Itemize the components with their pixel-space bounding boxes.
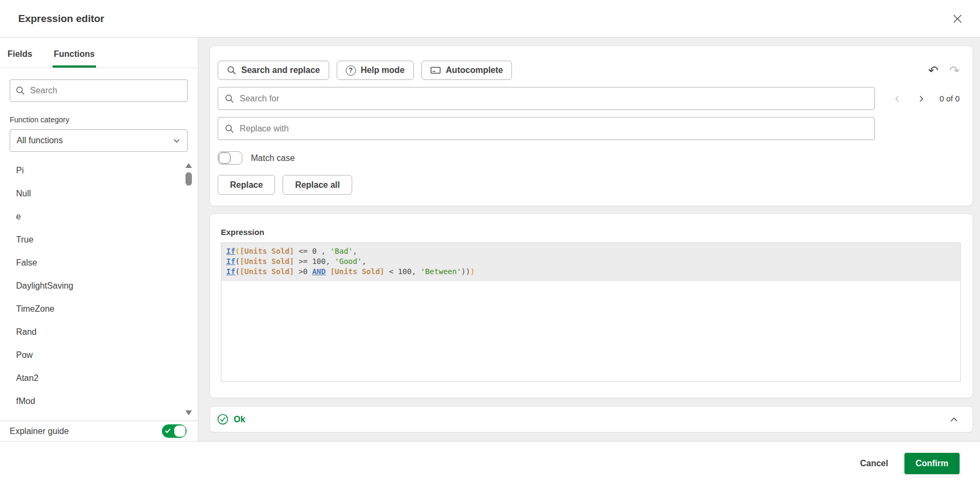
tab-fields[interactable]: Fields	[6, 42, 33, 68]
expression-label: Expression	[221, 227, 961, 237]
close-icon	[952, 13, 963, 25]
replace-with-input[interactable]	[240, 124, 868, 134]
function-item[interactable]: Rand	[0, 320, 198, 343]
function-list: PiNulleTrueFalseDaylightSavingTimeZoneRa…	[0, 159, 198, 421]
sidebar: Fields Functions Function category All f…	[0, 38, 198, 441]
dialog-header: Expression editor	[0, 0, 980, 38]
expression-code: If([Units Sold] <= 0 , 'Bad',If([Units S…	[221, 243, 960, 281]
tab-functions[interactable]: Functions	[53, 42, 95, 68]
validation-status-bar[interactable]: Ok	[210, 406, 973, 432]
search-for-input[interactable]	[240, 94, 868, 104]
sidebar-search-input[interactable]	[30, 86, 182, 95]
confirm-button[interactable]: Confirm	[904, 453, 960, 474]
explainer-guide-label: Explainer guide	[10, 427, 69, 436]
explainer-guide-row: Explainer guide	[0, 421, 198, 441]
match-counter: 0 of 0	[939, 94, 960, 103]
search-icon	[225, 124, 234, 134]
search-and-replace-button[interactable]: Search and replace	[218, 61, 329, 80]
match-case-label: Match case	[251, 153, 295, 163]
function-category-dropdown[interactable]: All functions	[10, 129, 188, 152]
function-list-scrollbar[interactable]	[185, 159, 192, 421]
scroll-down-arrow-icon[interactable]	[185, 410, 192, 415]
function-item[interactable]: False	[0, 251, 198, 274]
function-item[interactable]: True	[0, 228, 198, 251]
function-item[interactable]: Null	[0, 182, 198, 205]
expression-card: Expression If([Units Sold] <= 0 , 'Bad',…	[210, 214, 973, 398]
search-replace-card: Search and replace ? Help mode Autocompl…	[210, 46, 973, 206]
function-category-label: Function category	[10, 115, 188, 124]
cancel-button[interactable]: Cancel	[860, 459, 888, 468]
dialog-footer: Cancel Confirm	[0, 441, 980, 485]
function-item[interactable]: Atan2	[0, 366, 198, 390]
expression-editor[interactable]: If([Units Sold] <= 0 , 'Bad',If([Units S…	[221, 242, 961, 382]
dropdown-selected-value: All functions	[17, 136, 173, 145]
help-mode-label: Help mode	[361, 65, 405, 75]
replace-button[interactable]: Replace	[218, 175, 275, 195]
autocomplete-button[interactable]: Autocomplete	[421, 61, 513, 80]
collapse-status-button[interactable]	[948, 415, 960, 424]
undo-button[interactable]: ↶	[927, 64, 939, 77]
match-case-toggle[interactable]	[218, 151, 242, 165]
search-icon	[225, 94, 234, 104]
chevron-up-icon	[949, 416, 959, 423]
ok-check-icon	[217, 414, 228, 425]
replace-all-button[interactable]: Replace all	[283, 175, 352, 195]
search-icon	[227, 65, 236, 75]
editor-content: Search and replace ? Help mode Autocompl…	[198, 38, 980, 441]
function-item[interactable]: Pi	[0, 159, 198, 182]
function-item[interactable]: Pow	[0, 343, 198, 366]
undo-icon: ↶	[928, 63, 938, 77]
function-item[interactable]: TimeZone	[0, 297, 198, 320]
page-title: Expression editor	[18, 13, 105, 25]
check-icon	[165, 428, 171, 434]
chevron-right-icon	[917, 94, 925, 103]
replace-with-field	[218, 117, 875, 140]
help-icon: ?	[346, 65, 356, 76]
chevron-left-icon	[893, 94, 902, 103]
redo-icon: ↷	[949, 63, 960, 77]
explainer-guide-toggle[interactable]	[162, 424, 187, 438]
next-match-button[interactable]	[916, 93, 926, 104]
autocomplete-icon	[430, 66, 441, 75]
scroll-up-arrow-icon[interactable]	[185, 163, 192, 168]
search-icon	[16, 86, 25, 95]
sidebar-search-field	[10, 79, 188, 102]
function-item[interactable]: Acos	[0, 413, 198, 421]
sidebar-tabs: Fields Functions	[0, 38, 198, 68]
scrollbar-thumb[interactable]	[185, 172, 192, 186]
previous-match-button[interactable]	[892, 93, 903, 104]
function-item[interactable]: fMod	[0, 390, 198, 413]
search-for-field	[218, 87, 875, 110]
chevron-down-icon	[173, 137, 181, 145]
redo-button[interactable]: ↷	[948, 64, 961, 77]
autocomplete-label: Autocomplete	[446, 65, 503, 75]
help-mode-button[interactable]: ? Help mode	[337, 61, 414, 80]
status-text: Ok	[234, 415, 245, 424]
function-item[interactable]: DaylightSaving	[0, 274, 198, 297]
close-button[interactable]	[948, 10, 967, 28]
function-item[interactable]: e	[0, 205, 198, 228]
search-and-replace-label: Search and replace	[241, 65, 320, 75]
